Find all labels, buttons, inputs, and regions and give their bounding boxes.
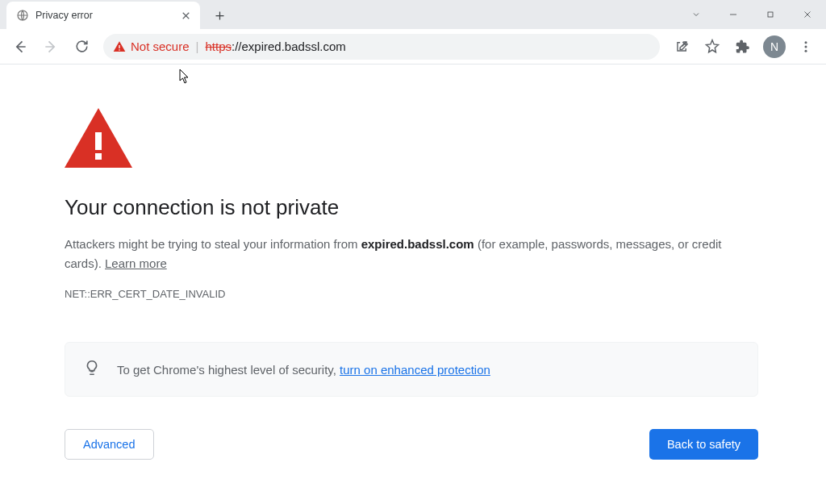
minimize-button[interactable] [715,2,752,27]
body-domain: expired.badssl.com [361,237,474,251]
profile-avatar[interactable]: N [763,35,786,58]
bookmark-icon[interactable] [699,33,726,60]
extensions-icon[interactable] [729,33,757,60]
svg-rect-2 [119,45,119,48]
tab-title: Privacy error [35,10,173,21]
svg-rect-7 [95,132,102,150]
url-display: https://expired.badssl.com [205,40,345,53]
svg-rect-1 [768,12,773,17]
tip-text: To get Chrome's highest level of securit… [117,363,490,377]
error-code: NET::ERR_CERT_DATE_INVALID [65,288,826,300]
lightbulb-icon [83,359,101,380]
enhanced-protection-tip: To get Chrome's highest level of securit… [65,342,758,397]
body-pre: Attackers might be trying to steal your … [65,237,361,251]
address-bar[interactable]: Not secure | https://expired.badssl.com [103,34,660,60]
chevron-down-icon[interactable] [678,2,715,27]
url-scheme: https [205,40,232,53]
warning-body: Attackers might be trying to steal your … [65,235,758,273]
share-icon[interactable] [668,33,695,60]
forward-button[interactable] [37,33,65,60]
svg-point-5 [805,45,807,48]
svg-point-4 [805,41,807,44]
enhanced-protection-link[interactable]: turn on enhanced protection [340,363,490,377]
interstitial-content: Your connection is not private Attackers… [0,65,826,460]
close-tab-button[interactable] [179,9,192,22]
svg-rect-3 [119,49,119,50]
maximize-button[interactable] [752,2,789,27]
tab-strip: Privacy error [0,0,826,29]
back-button[interactable] [6,33,34,60]
warning-triangle-icon [113,40,126,53]
avatar-letter: N [770,40,778,53]
back-to-safety-button[interactable]: Back to safety [649,429,758,460]
new-tab-button[interactable] [208,4,231,27]
globe-icon [16,9,29,22]
window-controls [678,0,826,29]
svg-point-6 [805,49,807,52]
browser-tab[interactable]: Privacy error [6,2,200,29]
danger-triangle-icon [65,108,826,171]
not-secure-label: Not secure [131,40,190,53]
tip-pre: To get Chrome's highest level of securit… [117,363,340,377]
button-row: Advanced Back to safety [65,429,758,460]
advanced-button[interactable]: Advanced [65,429,154,460]
separator: | [196,40,199,53]
close-window-button[interactable] [789,2,826,27]
url-host: ://expired.badssl.com [232,40,346,53]
toolbar: Not secure | https://expired.badssl.com … [0,29,826,65]
page-title: Your connection is not private [65,195,826,220]
reload-button[interactable] [68,33,95,60]
svg-rect-8 [95,153,102,160]
learn-more-link[interactable]: Learn more [105,256,167,270]
menu-icon[interactable] [792,33,820,60]
